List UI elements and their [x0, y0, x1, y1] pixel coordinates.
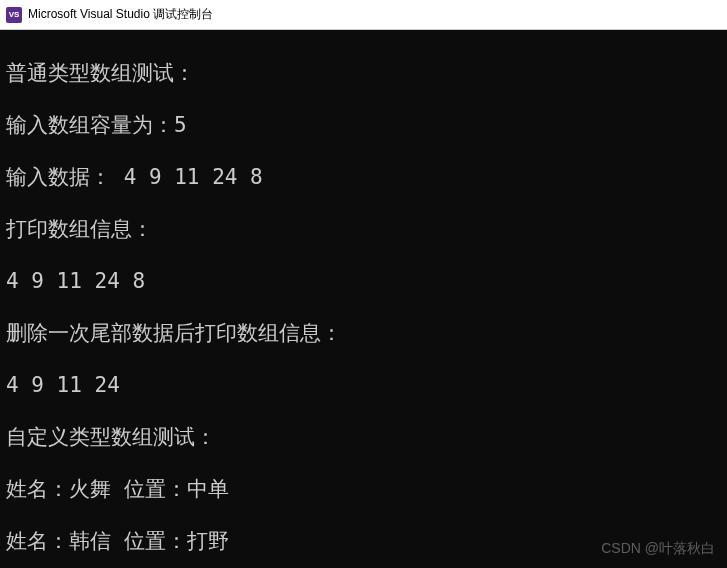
- console-line: 打印数组信息：: [6, 216, 721, 242]
- console-line: 4 9 11 24 8: [6, 268, 721, 294]
- watermark: CSDN @叶落秋白: [601, 540, 715, 558]
- console-line: 删除一次尾部数据后打印数组信息：: [6, 320, 721, 346]
- console-output: 普通类型数组测试： 输入数组容量为：5 输入数据： 4 9 11 24 8 打印…: [0, 30, 727, 568]
- vs-icon-label: VS: [9, 10, 20, 19]
- vs-icon: VS: [6, 7, 22, 23]
- console-line: 4 9 11 24: [6, 372, 721, 398]
- console-line: 普通类型数组测试：: [6, 60, 721, 86]
- watermark-text: CSDN @叶落秋白: [601, 540, 715, 556]
- title-bar[interactable]: VS Microsoft Visual Studio 调试控制台: [0, 0, 727, 30]
- console-line: 输入数组容量为：5: [6, 112, 721, 138]
- console-line: 自定义类型数组测试：: [6, 424, 721, 450]
- console-line: 输入数据： 4 9 11 24 8: [6, 164, 721, 190]
- window-title: Microsoft Visual Studio 调试控制台: [28, 6, 213, 23]
- console-line: 姓名：火舞 位置：中单: [6, 476, 721, 502]
